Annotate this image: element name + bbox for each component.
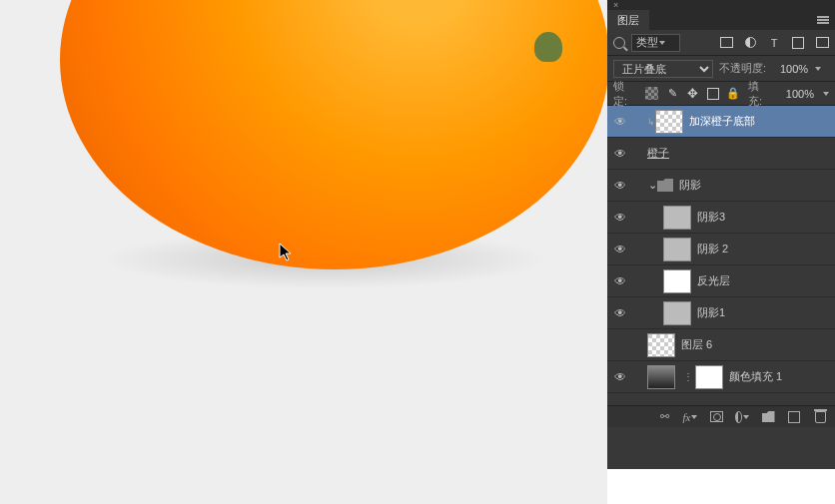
layer-thumbnail[interactable] [663, 301, 691, 325]
lock-label: 锁定: [613, 79, 637, 109]
layer-name[interactable]: 阴影3 [697, 210, 725, 225]
filter-pixel-icon[interactable] [719, 37, 733, 49]
layer-row[interactable]: 👁 ↳ 加深橙子底部 [607, 106, 835, 138]
layer-name[interactable]: 反光层 [697, 273, 730, 288]
fill-label: 填充: [748, 79, 772, 109]
layer-row[interactable]: 👁 反光层 [607, 265, 835, 297]
filter-shape-icon[interactable] [791, 37, 805, 49]
orange-image [60, 0, 609, 269]
layer-name[interactable]: 加深橙子底部 [689, 114, 755, 129]
lock-position-icon[interactable] [686, 87, 698, 100]
visibility-toggle[interactable]: 👁 [611, 370, 629, 384]
visibility-toggle[interactable]: 👁 [611, 115, 629, 129]
opacity-label: 不透明度: [719, 61, 766, 76]
layer-name[interactable]: 颜色填充 1 [729, 369, 782, 384]
visibility-toggle[interactable]: 👁 [611, 211, 629, 225]
mask-link-icon[interactable]: ⋮ [683, 371, 693, 382]
filter-row: 类型 T [607, 30, 835, 56]
visibility-toggle[interactable]: 👁 [611, 306, 629, 320]
layer-name[interactable]: 图层 6 [681, 337, 712, 352]
layer-thumbnail[interactable] [663, 269, 691, 293]
panel-tabs: 图层 [607, 10, 835, 30]
clip-indicator-icon: ↳ [647, 117, 655, 127]
fill-dropdown-icon[interactable] [823, 92, 829, 96]
lock-artboard-icon[interactable] [707, 87, 719, 100]
layer-row[interactable]: 👁 橙子 [607, 138, 835, 170]
add-mask-icon[interactable] [709, 410, 723, 424]
opacity-value[interactable]: 100% [772, 63, 808, 75]
layer-thumbnail[interactable] [647, 365, 675, 389]
layer-name[interactable]: 阴影1 [697, 305, 725, 320]
canvas-area[interactable] [0, 0, 607, 504]
opacity-dropdown-icon[interactable] [815, 67, 821, 71]
layer-name[interactable]: 橙子 [647, 146, 669, 161]
search-icon[interactable] [613, 37, 625, 49]
visibility-toggle[interactable]: 👁 [611, 243, 629, 256]
layer-name[interactable]: 阴影 [679, 178, 701, 193]
layer-thumbnail[interactable] [663, 206, 691, 230]
layer-row[interactable]: 👁 阴影 2 [607, 234, 835, 265]
new-layer-icon[interactable] [787, 410, 801, 424]
layers-panel: × 图层 类型 T 正片叠底 不透明度: 100% 锁定: ✎ [607, 0, 835, 469]
layer-thumbnail[interactable] [663, 238, 691, 261]
visibility-toggle[interactable]: 👁 [611, 147, 629, 161]
lock-transparency-icon[interactable] [645, 87, 658, 100]
link-layers-icon[interactable]: ⚯ [657, 410, 671, 424]
filter-smart-icon[interactable] [815, 37, 829, 49]
layers-footer: ⚯ fx [607, 405, 835, 427]
filter-adjustment-icon[interactable] [743, 37, 757, 49]
layer-row[interactable]: 👁 阴影3 [607, 202, 835, 234]
panel-menu-icon[interactable] [817, 16, 829, 24]
layer-row[interactable]: 👁 ⋮ 颜色填充 1 [607, 361, 835, 393]
filter-type-icon[interactable]: T [767, 37, 781, 49]
visibility-toggle[interactable]: 👁 [611, 274, 629, 288]
filter-type-select[interactable]: 类型 [631, 34, 680, 52]
expand-toggle-icon[interactable]: ⌄ [647, 179, 657, 192]
layer-thumbnail[interactable] [655, 110, 683, 134]
adjustment-layer-icon[interactable] [735, 410, 749, 424]
fill-value[interactable]: 100% [780, 88, 814, 100]
blend-mode-select[interactable]: 正片叠底 [613, 60, 713, 78]
close-icon[interactable]: × [613, 0, 618, 10]
layer-row[interactable]: 图层 6 [607, 329, 835, 361]
layers-list: 👁 ↳ 加深橙子底部 👁 橙子 👁 ⌄ 阴影 👁 阴影3 👁 [607, 106, 835, 405]
layer-name[interactable]: 阴影 2 [697, 242, 728, 256]
new-group-icon[interactable] [761, 410, 775, 424]
panel-titlebar: × [607, 0, 835, 10]
layer-mask-thumbnail[interactable] [695, 365, 723, 389]
layer-row[interactable]: 👁 阴影1 [607, 297, 835, 329]
orange-stem [534, 32, 562, 62]
blend-row: 正片叠底 不透明度: 100% [607, 56, 835, 82]
layer-effects-icon[interactable]: fx [683, 410, 697, 424]
lock-row: 锁定: ✎ 🔒 填充: 100% [607, 82, 835, 106]
delete-layer-icon[interactable] [813, 410, 827, 424]
lock-pixels-icon[interactable]: ✎ [666, 87, 678, 100]
folder-icon [657, 179, 673, 192]
layer-group-row[interactable]: 👁 ⌄ 阴影 [607, 170, 835, 202]
tab-layers[interactable]: 图层 [607, 10, 649, 30]
layer-thumbnail[interactable] [647, 333, 675, 357]
visibility-toggle[interactable]: 👁 [611, 179, 629, 193]
lock-all-icon[interactable]: 🔒 [727, 87, 740, 100]
mouse-cursor [278, 243, 296, 262]
